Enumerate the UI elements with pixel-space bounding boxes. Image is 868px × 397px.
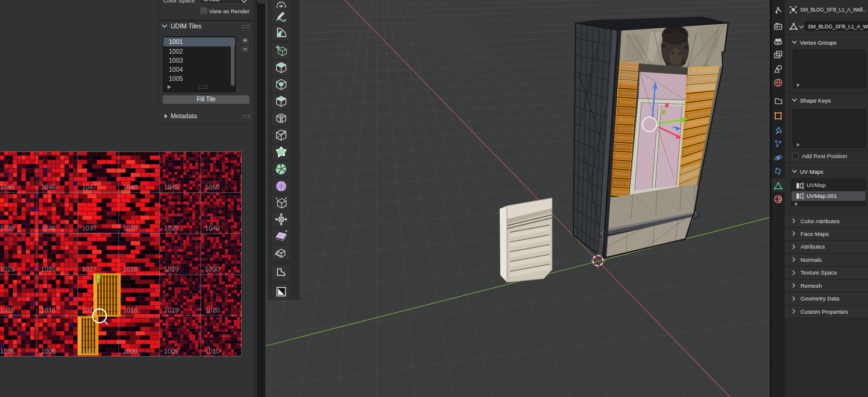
svg-text:1020: 1020: [205, 306, 219, 314]
svg-text:1039: 1039: [164, 224, 178, 232]
svg-text:1016: 1016: [41, 306, 55, 314]
svg-text:1045: 1045: [0, 183, 14, 191]
svg-text:1047: 1047: [82, 183, 96, 191]
svg-text:1017: 1017: [82, 306, 96, 314]
svg-text:1009: 1009: [164, 348, 178, 355]
svg-text:1038: 1038: [123, 224, 137, 232]
svg-text:1049: 1049: [164, 183, 178, 191]
svg-text:1019: 1019: [164, 306, 178, 314]
svg-text:1037: 1037: [82, 224, 96, 232]
svg-text:1007: 1007: [82, 348, 96, 355]
svg-text:1040: 1040: [205, 224, 219, 232]
svg-text:1036: 1036: [41, 224, 55, 232]
svg-text:1006: 1006: [41, 348, 55, 355]
svg-text:1008: 1008: [123, 348, 137, 355]
svg-text:1026: 1026: [41, 265, 55, 273]
svg-text:1029: 1029: [164, 265, 178, 273]
svg-text:1048: 1048: [123, 183, 137, 191]
svg-text:1005: 1005: [0, 348, 14, 355]
svg-text:1050: 1050: [205, 183, 219, 191]
svg-text:1035: 1035: [0, 224, 14, 232]
svg-text:1015: 1015: [0, 306, 14, 314]
svg-text:1030: 1030: [205, 265, 219, 273]
svg-text:1018: 1018: [123, 306, 137, 314]
svg-text:1028: 1028: [123, 265, 137, 273]
svg-text:1027: 1027: [82, 265, 96, 273]
svg-text:1010: 1010: [205, 348, 219, 355]
svg-text:1025: 1025: [0, 265, 14, 273]
svg-text:1046: 1046: [41, 183, 55, 191]
